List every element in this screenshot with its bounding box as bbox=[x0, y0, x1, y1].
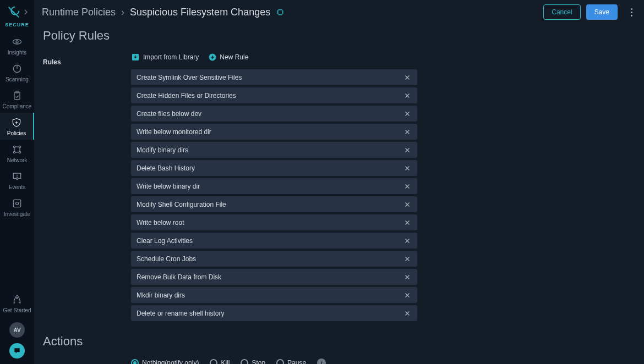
rule-name: Schedule Cron Jobs bbox=[137, 255, 402, 263]
rule-item[interactable]: Delete or rename shell history bbox=[131, 305, 417, 321]
rule-item[interactable]: Mkdir binary dirs bbox=[131, 287, 417, 303]
plus-circle-icon bbox=[209, 53, 216, 61]
svg-point-11 bbox=[19, 151, 20, 153]
remove-rule-button[interactable] bbox=[402, 181, 413, 192]
sidebar-item-network[interactable]: Network bbox=[0, 140, 34, 167]
scanning-icon bbox=[11, 63, 23, 74]
radio-label: Stop bbox=[252, 359, 265, 364]
svg-point-1 bbox=[16, 41, 18, 43]
svg-point-9 bbox=[19, 146, 20, 147]
remove-rule-button[interactable] bbox=[402, 108, 413, 119]
chat-icon bbox=[13, 347, 21, 355]
sidebar-item-events[interactable]: Events bbox=[0, 167, 34, 194]
breadcrumb-parent[interactable]: Runtime Policies bbox=[42, 7, 116, 18]
remove-rule-button[interactable] bbox=[402, 90, 413, 101]
rule-list: Create Symlink Over Sensitive FilesCreat… bbox=[131, 69, 417, 321]
rule-name: Write below root bbox=[137, 219, 402, 227]
header: Runtime Policies › Suspicious Filesystem… bbox=[34, 0, 644, 24]
rule-name: Delete or rename shell history bbox=[137, 310, 402, 317]
container-action-radio[interactable]: Nothing(notify only) bbox=[131, 359, 199, 364]
rule-item[interactable]: Modify Shell Configuration File bbox=[131, 196, 417, 212]
remove-rule-button[interactable] bbox=[402, 272, 413, 283]
radio-icon bbox=[241, 359, 248, 364]
close-icon bbox=[404, 310, 411, 317]
radio-icon bbox=[210, 359, 217, 364]
rule-item[interactable]: Create Hidden Files or Directories bbox=[131, 87, 417, 103]
rules-label: Rules bbox=[43, 53, 131, 66]
policies-icon bbox=[10, 117, 23, 128]
remove-rule-button[interactable] bbox=[402, 308, 413, 319]
close-icon bbox=[404, 111, 411, 117]
close-icon bbox=[404, 147, 411, 153]
sidebar-item-get-started[interactable]: Get Started bbox=[0, 290, 34, 317]
remove-rule-button[interactable] bbox=[402, 253, 413, 264]
containers-label: Containers bbox=[43, 359, 131, 364]
radio-icon bbox=[276, 359, 284, 364]
container-action-radio[interactable]: Kill bbox=[210, 359, 230, 364]
rule-name: Write below binary dir bbox=[137, 183, 402, 190]
chip-icon bbox=[276, 8, 285, 16]
save-button[interactable]: Save bbox=[586, 4, 618, 20]
insights-icon bbox=[11, 36, 23, 47]
container-action-radios: Nothing(notify only)KillStopPausei bbox=[131, 359, 417, 364]
rule-name: Create Symlink Over Sensitive Files bbox=[137, 74, 402, 81]
rule-item[interactable]: Write below monitored dir bbox=[131, 124, 417, 140]
sidebar: SECURE Insights Scanning Compliance Poli… bbox=[0, 0, 34, 364]
sidebar-item-insights[interactable]: Insights bbox=[0, 32, 34, 59]
remove-rule-button[interactable] bbox=[402, 290, 413, 301]
rule-name: Create Hidden Files or Directories bbox=[137, 92, 402, 100]
close-icon bbox=[404, 74, 411, 81]
brand-label: SECURE bbox=[5, 22, 29, 27]
close-icon bbox=[404, 183, 411, 190]
cancel-button[interactable]: Cancel bbox=[543, 4, 580, 20]
rule-item[interactable]: Modify binary dirs bbox=[131, 142, 417, 158]
sidebar-item-investigate[interactable]: Investigate bbox=[0, 194, 34, 220]
section-title-actions: Actions bbox=[43, 334, 635, 349]
rule-name: Modify Shell Configuration File bbox=[137, 201, 402, 208]
rule-item[interactable]: Create Symlink Over Sensitive Files bbox=[131, 69, 417, 85]
rule-item[interactable]: Clear Log Activities bbox=[131, 233, 417, 249]
sidebar-item-policies[interactable]: Policies bbox=[0, 113, 34, 140]
rule-name: Modify binary dirs bbox=[137, 146, 402, 154]
section-title-rules: Policy Rules bbox=[43, 29, 635, 43]
close-icon bbox=[404, 274, 411, 280]
brand-logo[interactable] bbox=[6, 4, 28, 20]
container-action-radio[interactable]: Stop bbox=[241, 359, 265, 364]
remove-rule-button[interactable] bbox=[402, 126, 413, 137]
import-from-library-button[interactable]: Import from Library bbox=[131, 53, 199, 62]
svg-point-20 bbox=[17, 297, 18, 299]
radio-label: Pause bbox=[287, 359, 306, 364]
avatar[interactable]: AV bbox=[9, 322, 25, 338]
rule-item[interactable]: Schedule Cron Jobs bbox=[131, 251, 417, 267]
container-action-radio[interactable]: Pause bbox=[276, 359, 306, 364]
remove-rule-button[interactable] bbox=[402, 72, 413, 83]
rule-item[interactable]: Remove Bulk Data from Disk bbox=[131, 269, 417, 285]
rule-name: Delete Bash History bbox=[137, 164, 402, 172]
rule-item[interactable]: Create files below dev bbox=[131, 106, 417, 122]
svg-point-10 bbox=[13, 151, 15, 153]
rule-name: Mkdir binary dirs bbox=[137, 291, 402, 299]
remove-rule-button[interactable] bbox=[402, 199, 413, 210]
radio-label: Nothing(notify only) bbox=[142, 359, 199, 364]
svg-point-0 bbox=[13, 12, 14, 13]
compliance-icon bbox=[11, 90, 23, 101]
network-icon bbox=[11, 144, 23, 155]
remove-rule-button[interactable] bbox=[402, 163, 413, 174]
remove-rule-button[interactable] bbox=[402, 145, 413, 156]
rule-item[interactable]: Write below root bbox=[131, 214, 417, 230]
breadcrumb: Runtime Policies › Suspicious Filesystem… bbox=[42, 7, 285, 18]
remove-rule-button[interactable] bbox=[402, 235, 413, 246]
new-rule-button[interactable]: New Rule bbox=[209, 53, 248, 61]
remove-rule-button[interactable] bbox=[402, 217, 413, 228]
close-icon bbox=[404, 165, 411, 172]
info-icon[interactable]: i bbox=[317, 359, 326, 364]
chat-button[interactable] bbox=[9, 343, 25, 359]
radio-label: Kill bbox=[221, 359, 230, 364]
close-icon bbox=[404, 92, 411, 99]
svg-rect-21 bbox=[278, 10, 282, 14]
sidebar-item-scanning[interactable]: Scanning bbox=[0, 59, 34, 86]
sidebar-item-compliance[interactable]: Compliance bbox=[0, 86, 34, 113]
rule-item[interactable]: Delete Bash History bbox=[131, 160, 417, 176]
more-menu-button[interactable] bbox=[626, 8, 636, 16]
rule-item[interactable]: Write below binary dir bbox=[131, 178, 417, 194]
